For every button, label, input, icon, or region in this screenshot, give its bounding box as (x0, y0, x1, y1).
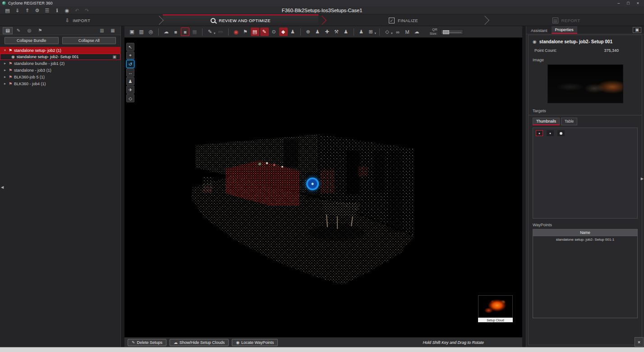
camera-target-icon[interactable]: ⊙ (270, 27, 278, 36)
expand-view-icon[interactable]: ✚ (323, 27, 331, 36)
target-thumbnail[interactable] (547, 130, 554, 136)
import-data-icon[interactable]: ⇑ (24, 7, 30, 14)
minimize-button[interactable]: – (617, 0, 620, 6)
info-icon[interactable]: ℹ (54, 7, 60, 14)
waypoint-icon: ◉ (236, 340, 239, 345)
setup-image-thumbnail[interactable] (547, 64, 623, 103)
point-cloud-canvas[interactable]: ↖ ⌖ ↺ ↔ ♟ ✈ ◇ Setup Cloud (124, 38, 522, 337)
cube-view-icon[interactable]: ◇ (383, 27, 391, 36)
target-layers-icon[interactable]: ▤ (251, 27, 259, 36)
report-list-icon[interactable]: ☰ (44, 7, 50, 14)
dropdown-caret-icon[interactable]: ▾ (391, 32, 393, 35)
tab-thumbnails[interactable]: Thumbnails (533, 118, 560, 125)
waypoint-row[interactable]: standalone setup- job2- Setup 001-1 (533, 236, 637, 243)
qr-size-slider[interactable] (441, 29, 463, 35)
step-finalize[interactable]: ✓ FINALIZE (326, 14, 481, 26)
dropdown-caret-icon[interactable]: ▾ (375, 32, 377, 35)
expander-icon[interactable]: ▸ (3, 68, 7, 72)
setup-cloud-image[interactable] (478, 295, 513, 318)
undo-icon[interactable]: ↶ (74, 7, 80, 14)
maximize-button[interactable]: □ (627, 0, 629, 6)
expander-icon[interactable]: ▾ (3, 48, 7, 52)
expander-icon[interactable]: ▸ (3, 61, 7, 65)
collapse-bundle-button[interactable]: Collapse Bundle (5, 37, 59, 44)
globe-view-icon[interactable]: ⊕ (304, 27, 313, 36)
settings-gear-icon[interactable]: ⚙ (34, 7, 40, 14)
expander-icon[interactable]: ▸ (3, 75, 7, 79)
delete-setups-label: Delete Setups (137, 340, 163, 345)
step-review-and-optimize[interactable]: REVIEW AND OPTIMIZE (163, 14, 318, 26)
tree-row-blk360-job4[interactable]: ▸ ⚑ BLK360 - job4 (1) (0, 80, 120, 87)
edit-target-icon[interactable]: ✎ (260, 27, 269, 36)
erase-fence-icon[interactable]: ✎ (206, 27, 214, 36)
dropdown-caret-icon[interactable]: ▾ (214, 32, 216, 35)
redo-icon[interactable]: ↷ (84, 7, 90, 14)
fly-mode-icon[interactable]: ✈ (126, 86, 134, 94)
expander-icon[interactable]: ▸ (3, 82, 7, 86)
setup-position-marker[interactable] (306, 178, 319, 190)
target-thumbnail[interactable] (557, 130, 565, 136)
attachments-tab-icon[interactable]: ✎ (14, 27, 23, 34)
expand-nodes-icon[interactable]: ▥ (97, 27, 107, 34)
cloud-upload-icon[interactable]: ☁ (413, 27, 421, 36)
web-tab-icon[interactable]: ◎ (24, 27, 34, 34)
view-cube-icon[interactable]: ◇ (126, 94, 134, 102)
walk-mode-icon[interactable]: ♟ (342, 27, 350, 36)
tree-row-job1[interactable]: ▸ ⚑ standalone bundle - job1 (2) (0, 60, 120, 67)
person-target-icon[interactable]: ♟ (289, 27, 297, 36)
filter-nodes-icon[interactable]: ▦ (108, 27, 118, 34)
orbit-tool-icon[interactable]: ↺ (126, 60, 134, 68)
locate-waypoints-button[interactable]: ◉ Locate WayPoints (232, 339, 278, 346)
tree-row-job3[interactable]: ▸ ⚑ standalone - job3 (1) (0, 67, 120, 73)
panel-layout-icon[interactable]: ▣ (633, 27, 641, 33)
collapse-left-panel-arrow[interactable]: ◀ (1, 185, 4, 189)
geotag-icon[interactable]: ◆ (279, 27, 288, 36)
street-view-icon[interactable]: ♟ (313, 27, 322, 36)
pedestrian-view-icon[interactable]: ♟ (126, 77, 134, 85)
setup-image-badge-icon[interactable]: ▣ (112, 55, 116, 59)
collapse-right-panel-arrow[interactable]: ▶ (641, 177, 644, 181)
save-project-icon[interactable]: ⇓ (14, 7, 20, 14)
slider-handle[interactable] (443, 30, 449, 34)
pick-point-icon[interactable]: ⌖ (126, 51, 134, 59)
project-tree-tab-icon[interactable]: ▤ (3, 27, 13, 34)
tree-row-job2[interactable]: ▾ ⚑ standalone setup- job2 (1) (0, 47, 120, 54)
table-view-icon[interactable]: ⊞ (367, 27, 375, 36)
open-project-icon[interactable]: ▤ (5, 7, 10, 14)
tags-tab-icon[interactable]: ⚑ (35, 27, 45, 34)
tab-assistant[interactable]: Assistant (527, 27, 551, 34)
add-user-icon[interactable]: ♟ (357, 27, 366, 36)
tools-icon[interactable]: ⚒ (332, 27, 341, 36)
show-hide-setup-clouds-button[interactable]: ☁ Show/Hide Setup Clouds (170, 339, 229, 346)
delete-setups-button[interactable]: ✎ Delete Setups (128, 339, 166, 346)
titlebar: Cyclone REGISTER 360 – □ × (0, 0, 644, 6)
rotate-hint-text: Hold Shift Key and Drag to Rotate (423, 340, 484, 345)
close-button[interactable]: × (637, 0, 639, 6)
tree-row-setup-001[interactable]: ◉ standalone setup- job2- Setup 001 ▣ (0, 54, 120, 60)
step-report[interactable]: ▤ REPORT (488, 14, 644, 26)
help-icon[interactable]: ◉ (64, 7, 70, 14)
link-icon[interactable]: ∞ (394, 27, 402, 36)
setup-cloud-thumbnail[interactable]: Setup Cloud (478, 295, 513, 322)
measure-distance-icon[interactable]: ↔ (126, 69, 134, 77)
duplicate-view-icon[interactable]: ▣ (128, 27, 136, 36)
select-cursor-icon[interactable]: ↖ (126, 43, 134, 51)
tree-row-blk360-job5[interactable]: ▸ ⚑ BLK360-job 5 (1) (0, 73, 120, 80)
close-panel-button[interactable]: × (635, 337, 644, 347)
pane-solid-icon[interactable]: ■ (171, 27, 180, 36)
cloud-pick-icon[interactable]: ☁ (162, 27, 170, 36)
split-view-icon[interactable]: ▥ (137, 27, 146, 36)
target-thumbnail[interactable] (536, 130, 543, 136)
step-import[interactable]: ⇩ IMPORT (0, 14, 156, 26)
collapse-all-button[interactable]: Collapse All (62, 37, 116, 44)
tag-target-icon[interactable]: ⚑ (241, 27, 250, 36)
add-target-icon[interactable]: ◉ (232, 27, 240, 36)
cart-tool-icon[interactable]: ▭ (216, 27, 225, 36)
m-tool-icon[interactable]: M (403, 27, 412, 36)
pane-disabled-icon[interactable]: ▦ (190, 27, 199, 36)
zoom-window-icon[interactable]: ◎ (147, 27, 155, 36)
pane-active-icon[interactable]: ■ (181, 27, 189, 36)
tab-properties[interactable]: Properties (552, 26, 577, 34)
tab-table[interactable]: Table (561, 118, 577, 125)
point-cloud-render[interactable] (124, 38, 522, 337)
